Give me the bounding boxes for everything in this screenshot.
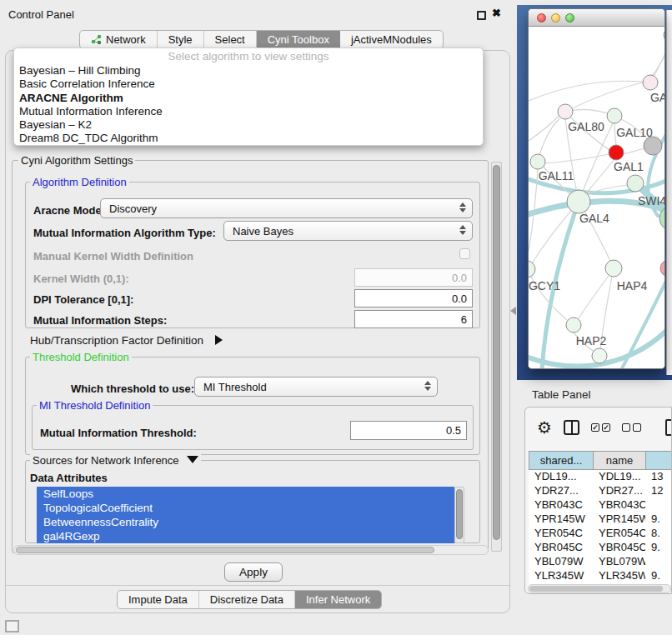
data-attributes-list[interactable]: SelfLoopsTopologicalCoefficientBetweenne…: [37, 487, 454, 543]
settings-vertical-scrollbar-thumb[interactable]: [493, 165, 500, 540]
table-row[interactable]: YDR27...YDR27...12: [529, 484, 672, 498]
table-cell: YBR045C: [529, 541, 593, 555]
table-row[interactable]: YDL19...YDL19...13: [529, 470, 672, 484]
network-edge[interactable]: [579, 123, 613, 202]
network-node[interactable]: [607, 108, 622, 123]
dropdown-item[interactable]: Bayesian – K2: [14, 118, 483, 132]
dropdown-item[interactable]: Basic Correlation Inference: [14, 78, 483, 91]
tab-infer-network[interactable]: Infer Network: [295, 591, 381, 608]
mi-algorithm-type-label: Mutual Information Algorithm Type:: [33, 227, 216, 239]
network-window[interactable]: GALGAL80GAL10GAL1GAL11SWI4GAL4GCY1HAP4YH…: [528, 8, 665, 369]
select-all-checkboxes-icon[interactable]: ✓✓: [591, 423, 610, 432]
tab-jactivemnodules[interactable]: jActiveMNodules: [340, 31, 443, 48]
apply-button[interactable]: Apply: [224, 562, 283, 582]
table-horizontal-scrollbar-thumb[interactable]: [529, 586, 663, 592]
attribute-item[interactable]: gal4RGexp: [37, 529, 454, 543]
network-edge[interactable]: [544, 154, 609, 163]
settings-horizontal-scrollbar[interactable]: [13, 545, 489, 555]
network-edge[interactable]: [652, 42, 664, 76]
network-node[interactable]: [627, 175, 644, 192]
tab-network[interactable]: Network: [80, 31, 158, 48]
network-node[interactable]: [592, 348, 607, 363]
sources-group-title[interactable]: Sources for Network Inference: [30, 454, 201, 467]
new-column-icon[interactable]: [665, 419, 672, 436]
table-cell: YDR27...: [593, 484, 645, 498]
tab-impute-data[interactable]: Impute Data: [118, 591, 199, 608]
attribute-item[interactable]: TopologicalCoefficient: [37, 501, 454, 515]
settings-horizontal-scrollbar-thumb[interactable]: [16, 547, 434, 553]
network-edge[interactable]: [621, 281, 664, 369]
network-edge[interactable]: [529, 116, 559, 141]
network-edge[interactable]: [529, 81, 643, 101]
table-row[interactable]: YER054CYER054C8.: [529, 527, 672, 541]
attributes-scrollbar[interactable]: [454, 487, 464, 543]
network-node[interactable]: [567, 190, 590, 213]
network-node[interactable]: [529, 261, 535, 278]
table-cell: YLR345W: [593, 569, 645, 583]
table-row[interactable]: YLR345WYLR345W9.: [529, 569, 672, 583]
aracne-mode-select[interactable]: Discovery: [100, 198, 473, 218]
column-header[interactable]: name: [594, 452, 646, 469]
table-toolbar: ⚙ ✓✓: [525, 408, 671, 448]
dropdown-item[interactable]: ARACNE Algorithm: [14, 92, 483, 105]
network-node[interactable]: [660, 260, 664, 277]
which-threshold-select[interactable]: MI Threshold: [194, 377, 438, 397]
network-window-titlebar[interactable]: [529, 9, 664, 27]
dropdown-item[interactable]: Dream8 DC_TDC Algorithm: [14, 132, 483, 145]
column-header[interactable]: shared...: [529, 452, 594, 469]
table-cell: YER054C: [529, 527, 593, 541]
dpi-tolerance-input[interactable]: 0.0: [354, 289, 473, 308]
network-edge[interactable]: [579, 276, 609, 318]
attributes-scrollbar-thumb[interactable]: [456, 489, 463, 539]
network-node[interactable]: [644, 137, 662, 155]
network-node[interactable]: [605, 260, 622, 277]
float-window-icon[interactable]: [477, 11, 486, 20]
network-graph[interactable]: GALGAL80GAL10GAL1GAL11SWI4GAL4GCY1HAP4YH…: [529, 27, 664, 369]
tab-select[interactable]: Select: [204, 31, 257, 48]
column-header[interactable]: [646, 452, 672, 469]
deselect-all-checkboxes-icon[interactable]: [622, 423, 641, 432]
table-row[interactable]: YBL079WYBL079W: [529, 555, 672, 569]
tab-style[interactable]: Style: [158, 31, 204, 48]
columns-icon[interactable]: [564, 420, 579, 435]
network-node[interactable]: [664, 28, 664, 42]
expand-right-icon[interactable]: [215, 335, 223, 345]
attribute-item[interactable]: BetweennessCentrality: [37, 515, 454, 529]
tab-label: Discretize Data: [210, 593, 283, 606]
tab-cyni-toolbox[interactable]: Cyni Toolbox: [257, 31, 340, 48]
table-horizontal-scrollbar[interactable]: [528, 584, 671, 593]
mi-threshold-input[interactable]: 0.5: [350, 421, 467, 440]
network-node[interactable]: [609, 145, 624, 160]
mi-steps-input[interactable]: 6: [354, 310, 473, 328]
table-row[interactable]: YBR043CYBR043C: [529, 498, 672, 512]
tab-label: Select: [215, 33, 245, 46]
settings-vertical-scrollbar[interactable]: [491, 162, 502, 552]
table-row[interactable]: YPR145WYPR145W9.: [529, 512, 672, 527]
tab-discretize-data[interactable]: Discretize Data: [199, 591, 295, 608]
network-edge[interactable]: [623, 148, 644, 154]
network-edge[interactable]: [565, 82, 643, 112]
attribute-item[interactable]: SelfLoops: [37, 487, 454, 501]
mi-algorithm-type-select[interactable]: Naive Bayes: [223, 221, 473, 241]
network-node-label: Y: [664, 279, 664, 292]
zoom-traffic-light-icon[interactable]: [565, 13, 574, 22]
network-canvas[interactable]: GALGAL80GAL10GAL1GAL11SWI4GAL4GCY1HAP4YH…: [529, 27, 664, 369]
minimize-traffic-light-icon[interactable]: [551, 13, 560, 22]
network-node[interactable]: [530, 154, 545, 169]
dock-grip-icon[interactable]: [5, 620, 19, 632]
close-icon[interactable]: ✖: [492, 7, 501, 19]
dropdown-item[interactable]: Bayesian – Hill Climbing: [14, 64, 483, 78]
gear-icon[interactable]: ⚙: [537, 419, 552, 436]
manual-kernel-width-checkbox[interactable]: [459, 248, 470, 259]
network-node[interactable]: [566, 318, 581, 332]
network-node[interactable]: [643, 75, 658, 90]
kernel-width-input[interactable]: 0.0: [354, 268, 473, 287]
hub-definition-expander[interactable]: Hub/Transcription Factor Definition: [30, 334, 223, 347]
collapse-down-icon[interactable]: [187, 456, 198, 463]
dropdown-item[interactable]: Mutual Information Inference: [14, 105, 483, 118]
network-node[interactable]: [558, 104, 573, 119]
close-traffic-light-icon[interactable]: [537, 13, 546, 22]
table-cell: YBR045C: [593, 541, 645, 555]
table-row[interactable]: YBR045CYBR045C9.: [529, 541, 672, 555]
splitter-handle-icon[interactable]: [510, 307, 516, 315]
